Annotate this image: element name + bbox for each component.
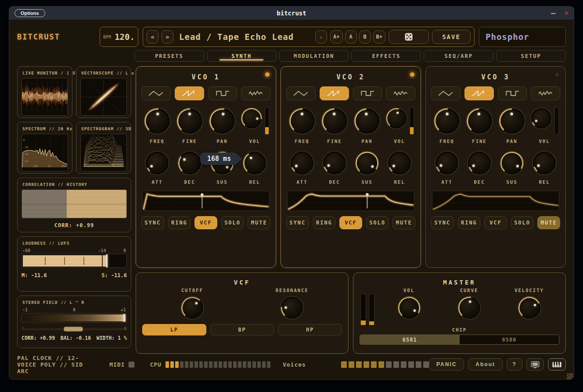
knob-dial[interactable]	[518, 296, 541, 320]
knob-dial[interactable]	[288, 107, 316, 135]
knob-dial[interactable]	[322, 151, 347, 175]
resize-grip[interactable]	[567, 373, 573, 380]
about-button[interactable]: About	[468, 358, 503, 371]
knob-dial[interactable]	[280, 296, 304, 320]
save-button[interactable]: SAVE	[432, 30, 471, 44]
slot-button-b[interactable]: B	[359, 30, 371, 43]
vco-ring-button[interactable]: RING	[458, 216, 481, 229]
knob-dial[interactable]	[397, 296, 421, 320]
saw-wave-button[interactable]	[320, 86, 349, 100]
vco-vcf-button[interactable]: VCF	[339, 216, 362, 229]
triangle-wave-button[interactable]	[286, 86, 316, 100]
close-button[interactable]: ×	[564, 10, 569, 17]
knob-dial[interactable]	[387, 151, 412, 175]
vco-solo-button[interactable]: SOLO	[511, 216, 534, 229]
filter-mode-lp-button[interactable]: LP	[142, 324, 206, 335]
knob-dial[interactable]	[500, 151, 524, 175]
tab-effects[interactable]: EFFECTS	[351, 50, 421, 62]
vco-ring-button[interactable]: RING	[313, 216, 336, 229]
knob-dial[interactable]	[353, 107, 381, 135]
preset-name[interactable]: Lead / Tape Echo Lead	[176, 32, 312, 42]
vco-sync-button[interactable]: SYNC	[431, 216, 454, 229]
live-monitor-panel[interactable]: LIVE MONITOR / [ SETUP ]	[17, 66, 72, 118]
preset-prev-button[interactable]: <	[147, 30, 158, 43]
pulse-wave-button[interactable]	[208, 86, 238, 100]
noise-wave-button[interactable]	[386, 86, 415, 100]
vco-mute-button[interactable]: MUTE	[248, 216, 270, 229]
knob-dial[interactable]	[433, 107, 461, 135]
theme-box[interactable]: Phosphor	[479, 27, 566, 47]
tab-presets[interactable]: PRESETS	[134, 50, 204, 62]
knob-dial[interactable]	[466, 107, 493, 135]
vco-sync-button[interactable]: SYNC	[141, 216, 164, 229]
help-button[interactable]: ?	[507, 358, 522, 371]
panic-button[interactable]: PANIC	[429, 358, 464, 371]
knob-dial[interactable]	[177, 151, 202, 175]
tab-setup[interactable]: SETUP	[496, 50, 566, 62]
knob-dial[interactable]	[176, 107, 203, 135]
knob-dial[interactable]	[145, 151, 169, 175]
balance-slider[interactable]: L R	[22, 326, 127, 331]
cpu-segment	[238, 361, 241, 368]
minimize-button[interactable]: –	[551, 10, 555, 17]
vco-sync-button[interactable]: SYNC	[286, 216, 309, 229]
balance-handle[interactable]	[64, 327, 83, 331]
vco-solo-button[interactable]: SOLO	[221, 216, 244, 229]
saw-wave-button[interactable]	[464, 86, 494, 100]
knob-dial[interactable]	[385, 107, 407, 129]
envelope-display[interactable]	[287, 191, 414, 211]
saw-wave-button[interactable]	[175, 86, 204, 100]
knob-dial[interactable]	[321, 107, 348, 135]
randomize-button[interactable]	[389, 30, 429, 44]
preset-next-button[interactable]: >	[162, 30, 173, 43]
spectrum-panel[interactable]: SPECTRUM // 20 Hz ~ 0-20-40-601001k10k	[17, 122, 72, 174]
knob-dial[interactable]	[498, 107, 525, 135]
chip-option-6581[interactable]: 6581	[360, 335, 460, 344]
noise-wave-button[interactable]	[531, 86, 560, 100]
pulse-wave-button[interactable]	[498, 86, 527, 100]
filter-mode-bp-button[interactable]: BP	[210, 324, 274, 335]
vco-ring-button[interactable]: RING	[168, 216, 191, 229]
knob-dial[interactable]	[530, 107, 552, 129]
knob-dial[interactable]	[180, 296, 204, 320]
vco-vcf-button[interactable]: VCF	[194, 216, 217, 229]
crt-display-button[interactable]	[526, 358, 544, 371]
knob-dial[interactable]	[241, 107, 263, 129]
tab-seq-arp[interactable]: SEQ/ARP	[424, 50, 493, 62]
favorite-star-button[interactable]: ☆	[315, 30, 327, 43]
knob-dial[interactable]	[435, 151, 459, 175]
vco-mute-button[interactable]: MUTE	[392, 216, 415, 229]
options-button[interactable]: Options	[14, 9, 45, 17]
pulse-wave-button[interactable]	[353, 86, 382, 100]
slot-button-a[interactable]: A	[345, 30, 357, 43]
tab-synth[interactable]: SYNTH	[207, 50, 277, 62]
knob-dial[interactable]	[355, 151, 379, 175]
envelope-display[interactable]	[432, 191, 559, 211]
filter-mode-hp-button[interactable]: HP	[278, 324, 342, 335]
knob-dial[interactable]	[242, 151, 267, 175]
triangle-wave-button[interactable]	[431, 86, 461, 100]
knob-dial[interactable]	[467, 151, 492, 175]
vco-mute-button[interactable]: MUTE	[537, 216, 560, 229]
button-label: VCF	[489, 220, 502, 226]
tab-modulation[interactable]: MODULATION	[279, 50, 349, 62]
vco-vcf-button[interactable]: VCF	[484, 216, 507, 229]
vectorscope-panel[interactable]: VECTORSCOPE // L x R	[76, 66, 131, 118]
knob-dial[interactable]	[290, 151, 314, 175]
bpm-box[interactable]: BPM 120.	[100, 27, 138, 47]
slot-button-b-plus[interactable]: B+	[373, 30, 385, 43]
knob-dial[interactable]	[532, 151, 557, 175]
envelope-display[interactable]	[142, 191, 270, 211]
vco-solo-button[interactable]: SOLO	[366, 216, 389, 229]
voice-segment	[341, 361, 347, 368]
bpm-value[interactable]: 120.	[115, 32, 135, 42]
noise-wave-button[interactable]	[241, 86, 270, 100]
spectrogram-panel[interactable]: SPECTROGRAM // 3D	[76, 122, 131, 174]
knob-dial[interactable]	[209, 107, 236, 135]
virtual-keyboard-button[interactable]	[548, 358, 566, 371]
knob-dial[interactable]	[457, 296, 481, 320]
slot-button-a-plus[interactable]: A+	[330, 30, 342, 43]
triangle-wave-button[interactable]	[141, 86, 171, 100]
knob-dial[interactable]	[144, 107, 171, 135]
chip-option-8580[interactable]: 8580	[460, 335, 559, 344]
